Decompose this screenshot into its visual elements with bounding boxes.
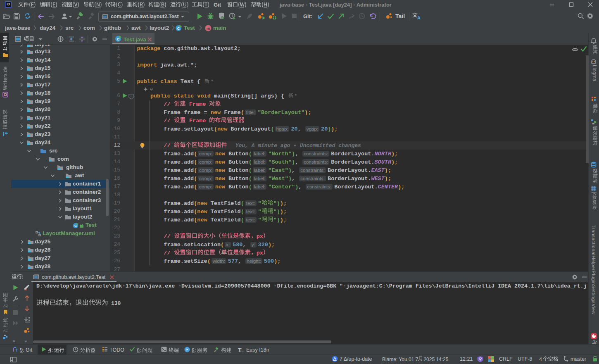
svg-text:C: C bbox=[74, 224, 77, 228]
svg-text:m: m bbox=[207, 26, 210, 31]
